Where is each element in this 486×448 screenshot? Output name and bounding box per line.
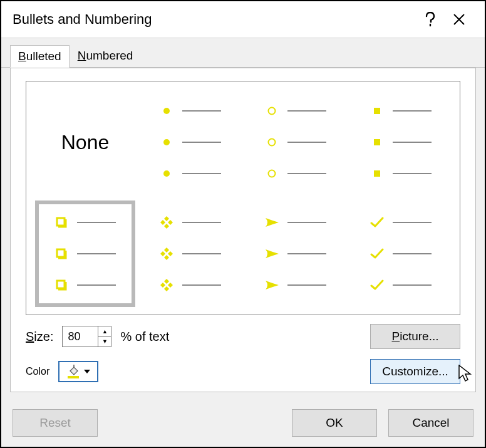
dialog-title: Bullets and Numbering [13, 11, 416, 28]
tab-numbered[interactable]: Numbered [70, 44, 142, 67]
disc-bullet-icon [160, 104, 173, 118]
titlebar: Bullets and Numbering [1, 1, 485, 38]
svg-point-5 [269, 170, 276, 177]
bullet-option-arrow[interactable] [246, 201, 346, 307]
help-button[interactable] [416, 5, 445, 34]
diamond-cluster-bullet-icon [160, 216, 173, 229]
size-input[interactable] [63, 326, 98, 346]
bullet-option-disc[interactable] [140, 89, 240, 195]
svg-rect-8 [374, 170, 380, 177]
bullet-style-grid: None [26, 81, 460, 315]
svg-rect-9 [68, 376, 79, 378]
svg-point-1 [163, 139, 170, 145]
svg-point-4 [269, 139, 276, 146]
customize-button[interactable]: Customize... [370, 359, 460, 384]
square-bullet-icon [370, 104, 384, 118]
color-dropdown[interactable] [58, 361, 98, 382]
close-icon [453, 13, 465, 26]
bullet-option-square[interactable] [351, 89, 451, 195]
size-spinner[interactable]: ▲ ▼ [62, 326, 111, 347]
bullet-option-none[interactable]: None [35, 89, 135, 195]
color-row: Color Customize... [26, 359, 460, 384]
svg-rect-7 [374, 139, 380, 145]
tab-bulleted[interactable]: Bulleted [10, 45, 70, 68]
size-label: Size: [26, 330, 53, 344]
picture-button[interactable]: Picture... [370, 324, 460, 349]
close-button[interactable] [445, 5, 473, 34]
svg-point-0 [163, 108, 170, 114]
tab-strip: Bulleted Numbered [1, 38, 485, 67]
bullet-option-circle[interactable] [246, 89, 346, 195]
bullets-numbering-dialog: Bullets and Numbering Bulleted Numbered … [0, 0, 486, 448]
ok-button[interactable]: OK [292, 409, 377, 437]
size-spin-down[interactable]: ▼ [98, 337, 111, 347]
help-icon [425, 12, 435, 27]
bullet-option-check[interactable] [351, 201, 451, 307]
bullet-option-diamond-cluster[interactable] [140, 201, 240, 307]
size-spin-up[interactable]: ▲ [98, 326, 111, 337]
arrow-bullet-icon [265, 216, 279, 229]
content-panel: None [10, 68, 476, 392]
cancel-button[interactable]: Cancel [388, 409, 473, 437]
reset-button[interactable]: Reset [13, 409, 98, 437]
hollow-square-bullet-icon [54, 216, 68, 229]
paint-bucket-icon [66, 365, 80, 378]
size-row: Size: ▲ ▼ % of text Picture... [26, 324, 460, 349]
svg-point-2 [163, 170, 170, 177]
dialog-body: None [1, 67, 485, 401]
bullet-option-hollow-square[interactable] [35, 201, 135, 307]
svg-rect-6 [374, 108, 380, 114]
circle-bullet-icon [265, 104, 279, 118]
none-label: None [61, 131, 110, 154]
color-label: Color [26, 366, 49, 377]
check-bullet-icon [370, 216, 384, 229]
svg-point-3 [269, 108, 276, 115]
size-suffix: % of text [120, 330, 169, 344]
dialog-footer: Reset OK Cancel [1, 399, 485, 447]
chevron-down-icon [84, 370, 90, 373]
